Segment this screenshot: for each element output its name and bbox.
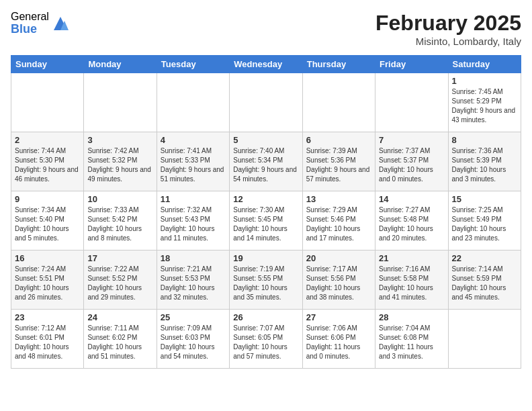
calendar-cell: 12Sunrise: 7:30 AM Sunset: 5:45 PM Dayli… [230, 191, 302, 250]
calendar-cell: 3Sunrise: 7:42 AM Sunset: 5:32 PM Daylig… [84, 132, 157, 191]
calendar-cell: 13Sunrise: 7:29 AM Sunset: 5:46 PM Dayli… [302, 191, 375, 250]
day-info: Sunrise: 7:29 AM Sunset: 5:46 PM Dayligh… [306, 205, 371, 243]
calendar-cell: 23Sunrise: 7:12 AM Sunset: 6:01 PM Dayli… [11, 310, 84, 369]
location-title: Misinto, Lombardy, Italy [375, 36, 521, 47]
day-info: Sunrise: 7:21 AM Sunset: 5:53 PM Dayligh… [161, 265, 226, 302]
day-info: Sunrise: 7:12 AM Sunset: 6:01 PM Dayligh… [15, 324, 80, 361]
day-info: Sunrise: 7:42 AM Sunset: 5:32 PM Dayligh… [87, 146, 152, 184]
calendar-cell: 8Sunrise: 7:36 AM Sunset: 5:39 PM Daylig… [448, 132, 521, 191]
day-number: 11 [161, 194, 226, 204]
day-number: 1 [452, 76, 517, 86]
calendar-cell [157, 73, 229, 132]
calendar-cell: 19Sunrise: 7:19 AM Sunset: 5:55 PM Dayli… [230, 250, 302, 310]
day-number: 4 [161, 135, 226, 145]
calendar-week-row: 9Sunrise: 7:34 AM Sunset: 5:40 PM Daylig… [11, 191, 521, 250]
day-number: 20 [306, 253, 371, 263]
calendar-week-row: 2Sunrise: 7:44 AM Sunset: 5:30 PM Daylig… [11, 132, 521, 191]
day-info: Sunrise: 7:32 AM Sunset: 5:43 PM Dayligh… [161, 205, 226, 243]
month-title: February 2025 [375, 11, 521, 36]
page-header: General Blue February 2025 Misinto, Lomb… [11, 11, 521, 47]
day-info: Sunrise: 7:14 AM Sunset: 5:59 PM Dayligh… [452, 265, 517, 302]
day-number: 13 [306, 194, 371, 204]
day-info: Sunrise: 7:36 AM Sunset: 5:39 PM Dayligh… [452, 146, 517, 184]
day-number: 9 [15, 194, 80, 204]
day-number: 21 [379, 253, 444, 263]
calendar-header-row: SundayMondayTuesdayWednesdayThursdayFrid… [11, 56, 521, 73]
day-info: Sunrise: 7:33 AM Sunset: 5:42 PM Dayligh… [87, 205, 152, 243]
calendar-cell [84, 73, 157, 132]
logo-icon [51, 14, 70, 33]
day-info: Sunrise: 7:25 AM Sunset: 5:49 PM Dayligh… [452, 205, 517, 243]
day-info: Sunrise: 7:19 AM Sunset: 5:55 PM Dayligh… [233, 265, 298, 302]
calendar-cell [448, 310, 521, 369]
calendar-cell: 7Sunrise: 7:37 AM Sunset: 5:37 PM Daylig… [375, 132, 448, 191]
calendar-table: SundayMondayTuesdayWednesdayThursdayFrid… [11, 55, 521, 369]
calendar-cell: 1Sunrise: 7:45 AM Sunset: 5:29 PM Daylig… [448, 73, 521, 132]
col-header-monday: Monday [84, 56, 157, 73]
day-number: 7 [379, 135, 444, 145]
logo: General Blue [11, 11, 70, 36]
calendar-cell: 2Sunrise: 7:44 AM Sunset: 5:30 PM Daylig… [11, 132, 84, 191]
calendar-cell: 15Sunrise: 7:25 AM Sunset: 5:49 PM Dayli… [448, 191, 521, 250]
day-number: 28 [379, 312, 444, 322]
calendar-cell: 20Sunrise: 7:17 AM Sunset: 5:56 PM Dayli… [302, 250, 375, 310]
calendar-cell: 11Sunrise: 7:32 AM Sunset: 5:43 PM Dayli… [157, 191, 229, 250]
day-number: 18 [161, 253, 226, 263]
calendar-cell: 24Sunrise: 7:11 AM Sunset: 6:02 PM Dayli… [84, 310, 157, 369]
day-info: Sunrise: 7:39 AM Sunset: 5:36 PM Dayligh… [306, 146, 371, 184]
day-number: 14 [379, 194, 444, 204]
calendar-week-row: 23Sunrise: 7:12 AM Sunset: 6:01 PM Dayli… [11, 310, 521, 369]
day-info: Sunrise: 7:37 AM Sunset: 5:37 PM Dayligh… [379, 146, 444, 184]
calendar-cell: 21Sunrise: 7:16 AM Sunset: 5:58 PM Dayli… [375, 250, 448, 310]
day-number: 27 [306, 312, 371, 322]
day-info: Sunrise: 7:04 AM Sunset: 6:08 PM Dayligh… [379, 324, 444, 361]
day-number: 8 [452, 135, 517, 145]
day-number: 5 [233, 135, 298, 145]
calendar-cell: 9Sunrise: 7:34 AM Sunset: 5:40 PM Daylig… [11, 191, 84, 250]
col-header-thursday: Thursday [302, 56, 375, 73]
col-header-sunday: Sunday [11, 56, 84, 73]
col-header-wednesday: Wednesday [230, 56, 302, 73]
day-info: Sunrise: 7:09 AM Sunset: 6:03 PM Dayligh… [161, 324, 226, 361]
calendar-cell: 16Sunrise: 7:24 AM Sunset: 5:51 PM Dayli… [11, 250, 84, 310]
day-number: 22 [452, 253, 517, 263]
day-info: Sunrise: 7:45 AM Sunset: 5:29 PM Dayligh… [452, 87, 517, 125]
calendar-cell: 28Sunrise: 7:04 AM Sunset: 6:08 PM Dayli… [375, 310, 448, 369]
calendar-cell: 4Sunrise: 7:41 AM Sunset: 5:33 PM Daylig… [157, 132, 229, 191]
day-number: 23 [15, 312, 80, 322]
day-number: 17 [87, 253, 152, 263]
day-number: 16 [15, 253, 80, 263]
day-info: Sunrise: 7:17 AM Sunset: 5:56 PM Dayligh… [306, 265, 371, 302]
calendar-cell: 10Sunrise: 7:33 AM Sunset: 5:42 PM Dayli… [84, 191, 157, 250]
calendar-cell [230, 73, 302, 132]
title-block: February 2025 Misinto, Lombardy, Italy [375, 11, 521, 47]
day-info: Sunrise: 7:22 AM Sunset: 5:52 PM Dayligh… [87, 265, 152, 302]
calendar-cell [302, 73, 375, 132]
col-header-saturday: Saturday [448, 56, 521, 73]
calendar-cell [375, 73, 448, 132]
col-header-tuesday: Tuesday [157, 56, 229, 73]
day-info: Sunrise: 7:11 AM Sunset: 6:02 PM Dayligh… [87, 324, 152, 361]
logo-blue: Blue [11, 23, 49, 36]
day-number: 24 [87, 312, 152, 322]
logo-text: General Blue [11, 11, 49, 36]
day-info: Sunrise: 7:30 AM Sunset: 5:45 PM Dayligh… [233, 205, 298, 243]
logo-general: General [11, 11, 49, 23]
calendar-cell: 27Sunrise: 7:06 AM Sunset: 6:06 PM Dayli… [302, 310, 375, 369]
calendar-cell: 17Sunrise: 7:22 AM Sunset: 5:52 PM Dayli… [84, 250, 157, 310]
calendar-cell [11, 73, 84, 132]
day-number: 10 [87, 194, 152, 204]
day-number: 19 [233, 253, 298, 263]
day-number: 3 [87, 135, 152, 145]
col-header-friday: Friday [375, 56, 448, 73]
calendar-cell: 14Sunrise: 7:27 AM Sunset: 5:48 PM Dayli… [375, 191, 448, 250]
day-info: Sunrise: 7:06 AM Sunset: 6:06 PM Dayligh… [306, 324, 371, 361]
day-info: Sunrise: 7:34 AM Sunset: 5:40 PM Dayligh… [15, 205, 80, 243]
day-info: Sunrise: 7:41 AM Sunset: 5:33 PM Dayligh… [161, 146, 226, 184]
calendar-cell: 18Sunrise: 7:21 AM Sunset: 5:53 PM Dayli… [157, 250, 229, 310]
calendar-week-row: 16Sunrise: 7:24 AM Sunset: 5:51 PM Dayli… [11, 250, 521, 310]
calendar-cell: 25Sunrise: 7:09 AM Sunset: 6:03 PM Dayli… [157, 310, 229, 369]
day-number: 2 [15, 135, 80, 145]
calendar-week-row: 1Sunrise: 7:45 AM Sunset: 5:29 PM Daylig… [11, 73, 521, 132]
day-number: 12 [233, 194, 298, 204]
